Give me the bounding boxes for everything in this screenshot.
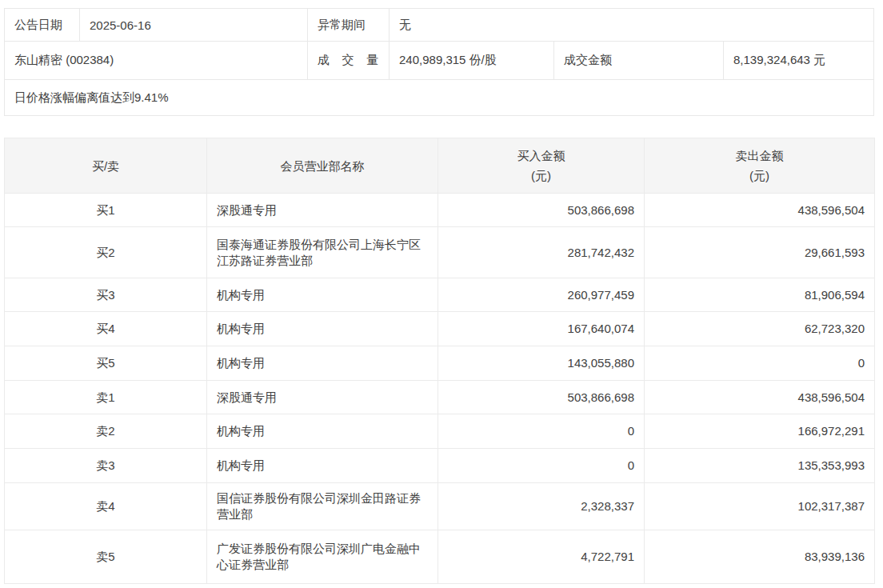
row-broker: 国泰海通证券股份有限公司上海长宁区江苏路证券营业部 [207, 227, 438, 278]
stock-info-box: 公告日期 2025-06-16 异常期间 无 东山精密 (002384) 成 交… [4, 8, 874, 116]
row-side: 买4 [5, 312, 207, 346]
section-gap [4, 116, 883, 138]
row-sell-amount: 438,596,504 [645, 194, 875, 227]
row-sell-amount: 102,317,387 [645, 483, 875, 530]
volume-value: 240,989,315 份/股 [389, 42, 553, 79]
row-side: 买3 [5, 278, 207, 312]
table-row-sell3: 卖3 机构专用 0 135,353,993 [5, 449, 875, 483]
row-buy-amount: 0 [438, 449, 645, 483]
row-buy-amount: 281,742,432 [438, 227, 645, 278]
row-sell-amount: 81,906,594 [645, 278, 875, 312]
abnormal-period-label: 异常期间 [307, 9, 389, 41]
row-buy-amount: 2,328,337 [438, 483, 645, 530]
broker-seats-table: 买/卖 会员营业部名称 买入金额 (元) 卖出金额 (元) 买1 深股通专用 5… [4, 138, 875, 584]
turnover-value: 8,139,324,643 元 [723, 42, 873, 79]
row-buy-amount: 503,866,698 [438, 194, 645, 227]
row-buy-amount: 260,977,459 [438, 278, 645, 312]
row-side: 卖1 [5, 381, 207, 414]
row-broker: 机构专用 [207, 449, 438, 483]
row-buy-amount: 143,055,880 [438, 346, 645, 381]
row-sell-amount: 0 [645, 346, 875, 381]
row-side: 卖3 [5, 449, 207, 483]
row-broker: 机构专用 [207, 278, 438, 312]
col-header-side: 买/卖 [5, 138, 207, 194]
turnover-label: 成交金额 [553, 42, 723, 79]
info-row-stock: 东山精密 (002384) 成 交 量 240,989,315 份/股 成交金额… [5, 41, 873, 79]
trade-disclosure-page: 公告日期 2025-06-16 异常期间 无 东山精密 (002384) 成 交… [0, 0, 883, 584]
row-side: 买1 [5, 194, 207, 227]
sell-amount-title: 卖出金额 [645, 146, 874, 166]
table-row-sell2: 卖2 机构专用 0 166,972,291 [5, 414, 875, 449]
row-broker: 深股通专用 [207, 194, 438, 227]
row-broker: 国信证券股份有限公司深圳金田路证券营业部 [207, 483, 438, 530]
row-sell-amount: 438,596,504 [645, 381, 875, 414]
info-row-deviation: 日价格涨幅偏离值达到9.41% [5, 79, 873, 115]
table-row-buy3: 买3 机构专用 260,977,459 81,906,594 [5, 278, 875, 312]
table-row-buy1: 买1 深股通专用 503,866,698 438,596,504 [5, 194, 875, 227]
info-row-announcement: 公告日期 2025-06-16 异常期间 无 [5, 9, 873, 41]
col-header-buy-amount: 买入金额 (元) [438, 138, 645, 194]
sell-amount-unit: (元) [645, 166, 874, 186]
deviation-note: 日价格涨幅偏离值达到9.41% [5, 80, 873, 115]
row-broker: 机构专用 [207, 312, 438, 346]
row-broker: 广发证券股份有限公司深圳广电金融中心证券营业部 [207, 530, 438, 584]
row-buy-amount: 0 [438, 414, 645, 449]
row-sell-amount: 135,353,993 [645, 449, 875, 483]
announce-date-label: 公告日期 [5, 9, 79, 41]
row-buy-amount: 503,866,698 [438, 381, 645, 414]
table-row-buy5: 买5 机构专用 143,055,880 0 [5, 346, 875, 381]
row-broker: 深股通专用 [207, 381, 438, 414]
row-buy-amount: 4,722,791 [438, 530, 645, 584]
col-header-broker: 会员营业部名称 [207, 138, 438, 194]
abnormal-period-value: 无 [389, 9, 873, 41]
row-broker: 机构专用 [207, 414, 438, 449]
row-sell-amount: 62,723,320 [645, 312, 875, 346]
row-side: 卖5 [5, 530, 207, 584]
row-sell-amount: 83,939,136 [645, 530, 875, 584]
volume-label: 成 交 量 [307, 42, 389, 79]
row-side: 买2 [5, 227, 207, 278]
table-row-buy4: 买4 机构专用 167,640,074 62,723,320 [5, 312, 875, 346]
row-sell-amount: 166,972,291 [645, 414, 875, 449]
volume-label-text: 成 交 量 [318, 53, 378, 68]
col-header-sell-amount: 卖出金额 (元) [645, 138, 875, 194]
row-side: 买5 [5, 346, 207, 381]
row-sell-amount: 29,661,593 [645, 227, 875, 278]
table-header: 买/卖 会员营业部名称 买入金额 (元) 卖出金额 (元) [5, 138, 875, 194]
buy-amount-title: 买入金额 [438, 146, 644, 166]
table-row-sell1: 卖1 深股通专用 503,866,698 438,596,504 [5, 381, 875, 414]
table-row-sell4: 卖4 国信证券股份有限公司深圳金田路证券营业部 2,328,337 102,31… [5, 483, 875, 530]
row-side: 卖4 [5, 483, 207, 530]
table-row-sell5: 卖5 广发证券股份有限公司深圳广电金融中心证券营业部 4,722,791 83,… [5, 530, 875, 584]
buy-amount-unit: (元) [438, 166, 644, 186]
row-buy-amount: 167,640,074 [438, 312, 645, 346]
row-side: 卖2 [5, 414, 207, 449]
stock-name: 东山精密 (002384) [5, 42, 307, 79]
table-row-buy2: 买2 国泰海通证券股份有限公司上海长宁区江苏路证券营业部 281,742,432… [5, 227, 875, 278]
row-broker: 机构专用 [207, 346, 438, 381]
announce-date-value: 2025-06-16 [79, 9, 307, 41]
